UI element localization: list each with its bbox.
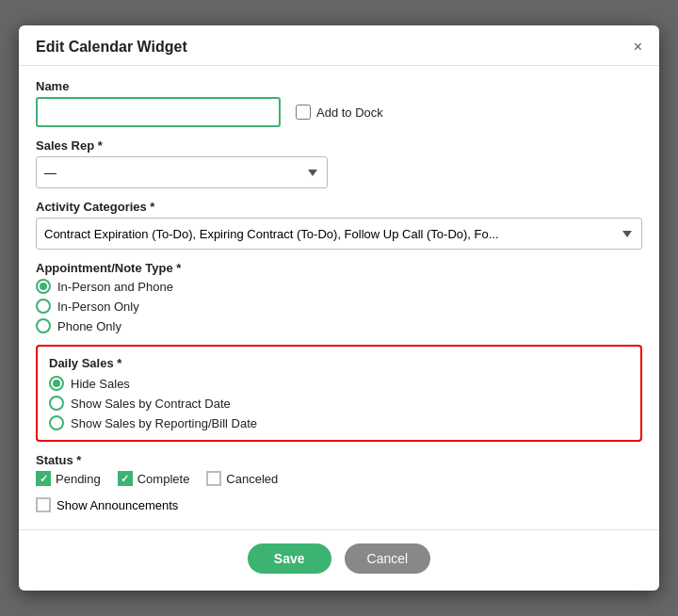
appointment-radio-group: In-Person and Phone In-Person Only Phone… (36, 279, 642, 333)
status-options: Pending Complete Canceled (36, 471, 642, 486)
appointment-option-2-label: Phone Only (57, 319, 121, 333)
appointment-note-type-label: Appointment/Note Type * (36, 261, 642, 275)
modal-overlay: Edit Calendar Widget × Name Add to Dock … (0, 0, 678, 616)
sales-rep-select[interactable]: — (36, 156, 328, 188)
radio-phone-only[interactable] (36, 318, 51, 333)
save-button[interactable]: Save (248, 543, 331, 574)
daily-sales-option-1[interactable]: Show Sales by Contract Date (49, 396, 629, 411)
activity-categories-row: Activity Categories * Contract Expiratio… (36, 200, 642, 250)
sales-rep-row: Sales Rep * — (36, 138, 642, 188)
complete-checkbox[interactable] (118, 471, 133, 486)
daily-sales-option-0[interactable]: Hide Sales (49, 376, 629, 391)
pending-label: Pending (56, 472, 101, 486)
activity-categories-select[interactable]: Contract Expiration (To-Do), Expiring Co… (36, 218, 642, 250)
appointment-option-0-label: In-Person and Phone (57, 280, 173, 294)
status-complete[interactable]: Complete (118, 471, 190, 486)
name-input[interactable] (36, 97, 281, 127)
appointment-note-type-row: Appointment/Note Type * In-Person and Ph… (36, 261, 642, 333)
daily-sales-box: Daily Sales * Hide Sales Show Sales by C… (36, 345, 642, 442)
modal-dialog: Edit Calendar Widget × Name Add to Dock … (19, 25, 659, 591)
status-canceled[interactable]: Canceled (206, 471, 278, 486)
show-announcements-row: Show Announcements (36, 497, 642, 512)
show-announcements-checkbox[interactable] (36, 497, 51, 512)
appointment-option-0[interactable]: In-Person and Phone (36, 279, 642, 294)
status-label: Status * (36, 453, 642, 467)
radio-in-person-only[interactable] (36, 299, 51, 314)
daily-sales-option-1-label: Show Sales by Contract Date (71, 397, 231, 411)
name-row: Name Add to Dock (36, 79, 642, 127)
status-pending[interactable]: Pending (36, 471, 101, 486)
daily-sales-label: Daily Sales * (49, 356, 629, 370)
add-to-dock-checkbox[interactable] (296, 105, 311, 120)
name-label: Name (36, 79, 642, 93)
modal-body: Name Add to Dock Sales Rep * — Activ (19, 66, 659, 526)
canceled-label: Canceled (226, 472, 278, 486)
appointment-option-1-label: In-Person Only (57, 300, 139, 314)
daily-sales-option-2-label: Show Sales by Reporting/Bill Date (71, 416, 257, 430)
daily-sales-radio-group: Hide Sales Show Sales by Contract Date S… (49, 376, 629, 430)
radio-in-person-phone[interactable] (36, 279, 51, 294)
add-to-dock-label: Add to Dock (316, 105, 383, 120)
modal-footer: Save Cancel (19, 529, 659, 591)
status-row: Status * Pending Complete Canceled (36, 453, 642, 486)
daily-sales-option-0-label: Hide Sales (71, 377, 130, 391)
complete-label: Complete (137, 472, 190, 486)
pending-checkbox[interactable] (36, 471, 51, 486)
modal-header: Edit Calendar Widget × (19, 25, 659, 66)
daily-sales-option-2[interactable]: Show Sales by Reporting/Bill Date (49, 415, 629, 430)
sales-rep-label: Sales Rep * (36, 138, 642, 153)
close-button[interactable]: × (634, 40, 642, 55)
appointment-option-2[interactable]: Phone Only (36, 318, 642, 333)
add-to-dock-container: Add to Dock (296, 105, 383, 120)
radio-show-sales-reporting[interactable] (49, 415, 64, 430)
canceled-checkbox[interactable] (206, 471, 221, 486)
modal-title: Edit Calendar Widget (36, 39, 187, 56)
appointment-option-1[interactable]: In-Person Only (36, 299, 642, 314)
show-announcements-label: Show Announcements (56, 498, 178, 512)
cancel-button[interactable]: Cancel (345, 543, 431, 574)
radio-hide-sales[interactable] (49, 376, 64, 391)
radio-show-sales-contract[interactable] (49, 396, 64, 411)
activity-categories-label: Activity Categories * (36, 200, 642, 214)
